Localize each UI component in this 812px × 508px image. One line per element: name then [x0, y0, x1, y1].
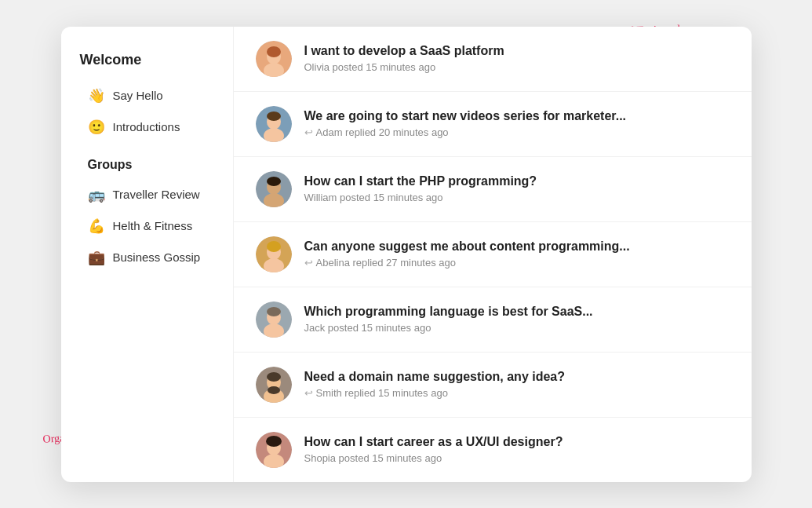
post-meta: ↩ Adam replied 20 minutes ago	[304, 126, 730, 138]
posts-list: I want to develop a SaaS platform Olivia…	[234, 27, 752, 482]
svg-point-23	[267, 372, 281, 382]
reply-icon: ↩	[304, 126, 313, 138]
sidebar-item-traveller-review[interactable]: 🚌 Traveller Review	[80, 180, 214, 210]
reply-icon: ↩	[304, 257, 313, 269]
post-author: Shopia posted 15 minutes ago	[304, 452, 442, 464]
post-content: Can anyone suggest me about content prog…	[304, 239, 730, 269]
business-gossip-label: Business Gossip	[113, 250, 201, 264]
post-meta: ↩ Abelina replied 27 minutes ago	[304, 257, 730, 269]
svg-point-24	[268, 386, 280, 394]
post-title: I want to develop a SaaS platform	[304, 44, 730, 58]
post-content: I want to develop a SaaS platform Olivia…	[304, 44, 730, 73]
post-author: Olivia posted 15 minutes ago	[304, 61, 436, 73]
post-title: Can anyone suggest me about content prog…	[304, 239, 730, 254]
welcome-title: Welcome	[80, 52, 214, 68]
sidebar: Welcome 👋 Say Hello 🙂 Introductions Grou…	[61, 27, 234, 482]
health-fitness-emoji: 💪	[88, 217, 105, 235]
post-content: How can I start the PHP programming? Wil…	[304, 174, 730, 203]
post-author: William posted 15 minutes ago	[304, 192, 443, 203]
post-item[interactable]: Need a domain name suggestion, any idea?…	[234, 353, 752, 418]
post-item[interactable]: How can I start career as a UX/UI design…	[234, 418, 752, 482]
post-item[interactable]: How can I start the PHP programming? Wil…	[234, 157, 752, 222]
post-item[interactable]: I want to develop a SaaS platform Olivia…	[234, 27, 752, 92]
post-title: We are going to start new videos series …	[304, 109, 730, 123]
say-hello-label: Say Hello	[113, 89, 163, 102]
avatar	[256, 367, 292, 403]
avatar	[256, 432, 292, 468]
traveller-review-emoji: 🚌	[88, 186, 105, 203]
say-hello-emoji: 👋	[88, 87, 105, 104]
sidebar-item-introductions[interactable]: 🙂 Introductions	[80, 112, 214, 142]
health-fitness-label: Helth & Fitness	[113, 219, 193, 232]
sidebar-item-health-fitness[interactable]: 💪 Helth & Fitness	[80, 211, 214, 241]
avatar	[256, 106, 292, 142]
post-title: How can I start career as a UX/UI design…	[304, 435, 730, 449]
post-item[interactable]: Which programming language is best for S…	[234, 287, 752, 353]
post-author: Smith replied 15 minutes ago	[316, 387, 448, 399]
avatar	[256, 302, 292, 338]
post-meta: William posted 15 minutes ago	[304, 192, 730, 203]
post-title: How can I start the PHP programming?	[304, 174, 730, 188]
svg-point-15	[267, 241, 281, 252]
post-content: Need a domain name suggestion, any idea?…	[304, 370, 730, 399]
post-meta: Jack posted 15 minutes ago	[304, 322, 730, 334]
post-item[interactable]: We are going to start new videos series …	[234, 92, 752, 157]
svg-point-3	[267, 46, 281, 57]
main-card: Welcome 👋 Say Hello 🙂 Introductions Grou…	[61, 27, 752, 482]
introductions-emoji: 🙂	[88, 119, 105, 136]
introductions-label: Introductions	[113, 120, 180, 133]
post-content: Which programming language is best for S…	[304, 305, 730, 334]
reply-icon: ↩	[304, 387, 313, 399]
svg-point-7	[267, 111, 281, 121]
post-author: Abelina replied 27 minutes ago	[316, 257, 457, 269]
post-meta: Shopia posted 15 minutes ago	[304, 452, 730, 464]
post-item[interactable]: Can anyone suggest me about content prog…	[234, 222, 752, 287]
sidebar-item-business-gossip[interactable]: 💼 Business Gossip	[80, 243, 214, 272]
post-meta: Olivia posted 15 minutes ago	[304, 61, 730, 73]
avatar	[256, 41, 292, 77]
post-content: We are going to start new videos series …	[304, 109, 730, 138]
traveller-review-label: Traveller Review	[113, 188, 200, 201]
svg-point-11	[267, 177, 281, 186]
post-author: Jack posted 15 minutes ago	[304, 322, 431, 334]
avatar	[256, 171, 292, 207]
post-title: Need a domain name suggestion, any idea?	[304, 370, 730, 384]
svg-point-28	[266, 436, 282, 447]
svg-point-19	[267, 307, 281, 316]
post-title: Which programming language is best for S…	[304, 305, 730, 319]
groups-title: Groups	[88, 158, 214, 172]
business-gossip-emoji: 💼	[88, 249, 105, 266]
post-author: Adam replied 20 minutes ago	[316, 126, 449, 138]
sidebar-item-say-hello[interactable]: 👋 Say Hello	[80, 81, 214, 111]
post-meta: ↩ Smith replied 15 minutes ago	[304, 387, 730, 399]
avatar	[256, 236, 292, 272]
post-content: How can I start career as a UX/UI design…	[304, 435, 730, 464]
